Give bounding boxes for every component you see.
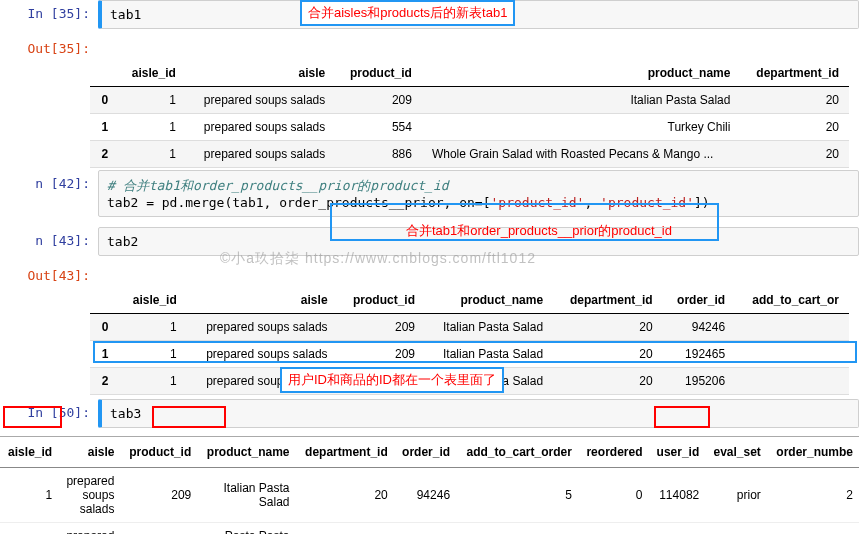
annotation-tab1: 合并aisles和products后的新表tab1 — [300, 0, 515, 26]
col-product-id: product_id — [120, 437, 197, 468]
annotation-tab2: 合并tab1和order_products__prior的product_id — [400, 220, 678, 242]
col-aisle: aisle — [187, 287, 338, 314]
table-row: 2 1 prepared soups salads 886 Whole Grai… — [90, 141, 849, 168]
table-row: 1 prepared soups salads 209 Italian Past… — [0, 468, 859, 523]
col-aisle: aisle — [58, 437, 120, 468]
prompt-out-35: Out[35]: — [0, 35, 98, 60]
table-row: 1 1 prepared soups salads 554 Turkey Chi… — [90, 114, 849, 141]
watermark: ©小a玖拾柒 https://www.cnblogs.com/ftl1012 — [220, 250, 536, 268]
code-input-42[interactable]: # 合并tab1和order_products__prior的product_i… — [98, 170, 859, 217]
col-product-id: product_id — [335, 60, 422, 87]
col-idx — [90, 287, 118, 314]
col-user-id: user_id — [648, 437, 705, 468]
prompt-in-35: In [35]: — [0, 0, 98, 29]
cell-out-35: Out[35]: — [0, 35, 859, 60]
cell-in-50: In [50]: tab3 — [0, 399, 859, 428]
annotation-tab3: 用户ID和商品的ID都在一个表里面了 — [280, 367, 504, 393]
col-department-id: department_id — [740, 60, 849, 87]
table-tab1: aisle_id aisle product_id product_name d… — [90, 60, 849, 168]
col-idx — [90, 60, 118, 87]
col-department-id: department_id — [296, 437, 394, 468]
col-aisle: aisle — [186, 60, 335, 87]
prompt-out-43: Out[43]: — [0, 262, 98, 287]
col-aisle-id: aisle_id — [118, 287, 186, 314]
col-add-to-cart-order: add_to_cart_order — [456, 437, 578, 468]
code-line2: tab2 = pd.merge(tab1, order_products__pr… — [107, 195, 710, 210]
table-row: 1 prepared soups 22853 Pesto Pasta Salad… — [0, 523, 859, 535]
prompt-in-42: n [42]: — [0, 170, 98, 217]
col-department-id: department_id — [553, 287, 663, 314]
prompt-in-43: n [43]: — [0, 227, 98, 256]
col-order-id: order_id — [663, 287, 736, 314]
col-aisle-id: aisle_id — [118, 60, 186, 87]
col-order-id: order_id — [394, 437, 456, 468]
tab1-output: aisle_id aisle product_id product_name d… — [0, 60, 859, 168]
table-row: 0 1 prepared soups salads 209 Italian Pa… — [90, 314, 849, 341]
table-row: 1 1 prepared soups salads 209 Italian Pa… — [90, 341, 849, 368]
col-add-to-cart: add_to_cart_or — [735, 287, 849, 314]
col-aisle-id: aisle_id — [0, 437, 58, 468]
code-text: tab1 — [110, 7, 141, 22]
col-product-name: product_name — [197, 437, 295, 468]
table-row: 0 1 prepared soups salads 209 Italian Pa… — [90, 87, 849, 114]
table-tab3: aisle_id aisle product_id product_name d… — [0, 437, 859, 534]
col-reordered: reordered — [578, 437, 649, 468]
col-order-number: order_numbe — [767, 437, 859, 468]
code-text: tab3 — [110, 406, 141, 421]
cell-in-42: n [42]: # 合并tab1和order_products__prior的p… — [0, 170, 859, 217]
col-eval-set: eval_set — [705, 437, 767, 468]
col-product-id: product_id — [338, 287, 425, 314]
prompt-in-50: In [50]: — [0, 399, 98, 428]
code-input-50[interactable]: tab3 — [98, 399, 859, 428]
tab3-output: aisle_id aisle product_id product_name d… — [0, 436, 859, 534]
col-product-name: product_name — [425, 287, 553, 314]
code-text: tab2 — [107, 234, 138, 249]
col-product-name: product_name — [422, 60, 741, 87]
code-comment: # 合并tab1和order_products__prior的product_i… — [107, 178, 449, 193]
